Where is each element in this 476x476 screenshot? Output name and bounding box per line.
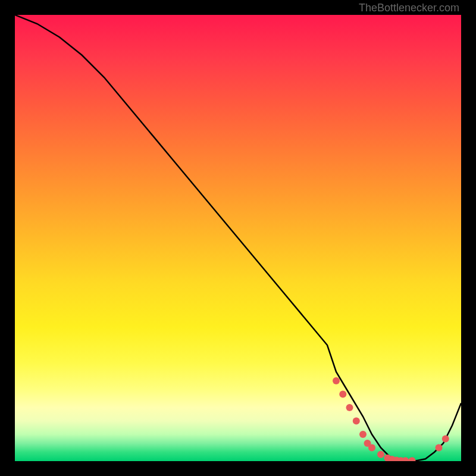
bottleneck-curve-line xyxy=(15,15,461,461)
border-right xyxy=(461,0,476,476)
border-bottom xyxy=(0,461,476,476)
data-points-group xyxy=(333,377,449,461)
data-point xyxy=(333,377,340,384)
curve-svg xyxy=(15,15,461,461)
data-point xyxy=(436,444,443,452)
data-point xyxy=(409,457,416,461)
data-point xyxy=(339,391,346,398)
data-point xyxy=(359,431,367,438)
data-point xyxy=(353,418,360,425)
chart-container: TheBottlenecker.com xyxy=(0,0,476,476)
data-point xyxy=(377,451,384,458)
data-point xyxy=(346,404,353,411)
data-point xyxy=(368,444,375,452)
chart-plot-area xyxy=(15,15,461,461)
data-point xyxy=(442,436,449,443)
border-left xyxy=(0,0,15,476)
watermark-text: TheBottlenecker.com xyxy=(359,2,459,14)
